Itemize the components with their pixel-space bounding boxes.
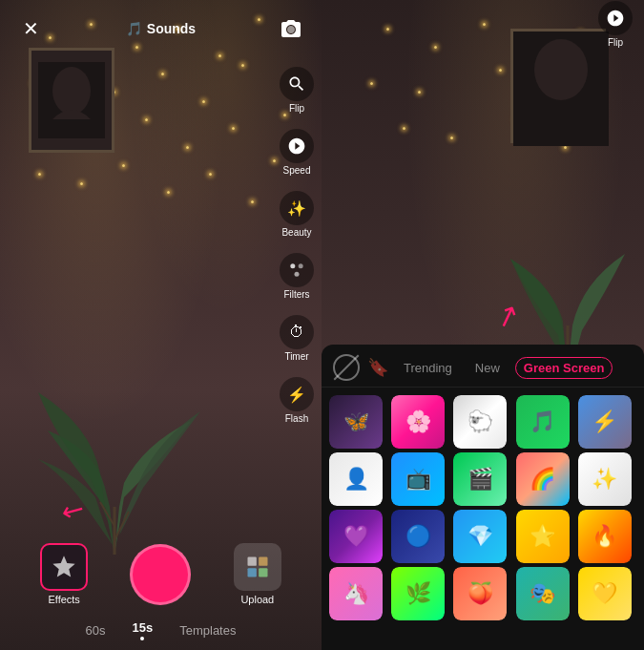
picture-frame-left [29,48,114,153]
effect-item-10[interactable]: ✨ [578,452,632,506]
close-icon: ✕ [23,17,39,40]
camera-switch-icon-left[interactable] [276,13,306,44]
left-camera-panel: ✕ 🎵 Sounds Flip [0,0,322,650]
effect-bg-4: 🎵 [516,395,570,449]
filters-icon [280,253,314,287]
flash-icon: ⚡ [280,377,314,411]
effect-item-5[interactable]: ⚡ [578,395,632,449]
effects-tabs: 🔖 Trending New Green Screen [322,345,644,388]
effect-bg-9: 🌈 [516,452,570,506]
effect-item-11[interactable]: 💜 [329,510,383,563]
close-button[interactable]: ✕ [15,13,46,44]
effect-bg-20: 💛 [578,567,632,620]
effects-grid: 🦋 🌸 🐑 🎵 ⚡ 👤 📺 🎬 [322,388,644,628]
effect-bg-18: 🍑 [453,567,507,620]
effect-item-14[interactable]: ⭐ [516,510,570,563]
bottom-controls: Effects Upload 60s 15s Templates [0,535,322,650]
svg-point-7 [295,272,300,277]
svg-rect-9 [259,557,267,566]
svg-point-6 [299,263,303,268]
flip-label: Flip [289,103,304,114]
effect-bg-3: 🐑 [453,395,507,449]
upload-icon [234,543,281,591]
flip-button-right[interactable]: Flip [598,1,633,48]
speed-button[interactable]: Speed [280,129,314,176]
upload-label: Upload [240,594,274,605]
no-effect-button[interactable] [333,354,360,381]
filters-button[interactable]: Filters [280,253,314,300]
plant-left [19,316,210,555]
effects-icon-box [40,543,88,591]
flash-button[interactable]: ⚡ Flash [280,377,314,424]
effect-bg-7: 📺 [391,452,445,506]
flip-label-right: Flip [608,37,623,48]
effect-item-15[interactable]: 🔥 [578,510,632,563]
flash-label: Flash [285,413,308,424]
sounds-label: Sounds [147,21,196,36]
top-bar-right: Flip [322,0,644,48]
bookmark-icon[interactable]: 🔖 [367,357,388,378]
effect-item-13[interactable]: 💎 [453,510,507,563]
duration-60s[interactable]: 60s [82,621,110,640]
effects-panel: 🔖 Trending New Green Screen 🦋 🌸 🐑 🎵 ⚡ [322,345,644,650]
effect-item-9[interactable]: 🌈 [516,452,570,506]
effect-bg-2: 🌸 [391,395,445,449]
effect-item-12[interactable]: 🔵 [391,510,445,563]
upload-button[interactable]: Upload [234,543,281,605]
beauty-icon: ✨ [280,191,314,225]
tab-trending[interactable]: Trending [396,357,460,379]
effect-bg-13: 💎 [453,510,507,563]
flip-button[interactable]: Flip [280,67,314,114]
duration-tabs: 60s 15s Templates [0,613,322,650]
svg-point-1 [52,67,91,115]
svg-rect-10 [247,568,256,577]
effect-item-1[interactable]: 🦋 [329,395,383,449]
effect-bg-12: 🔵 [391,510,445,563]
timer-button[interactable]: ⏱ Timer [280,315,314,362]
effect-item-20[interactable]: 💛 [578,567,632,620]
effect-bg-19: 🎭 [516,567,570,620]
top-bar-left: ✕ 🎵 Sounds [0,0,322,57]
frame-inner-left [38,62,105,138]
effect-item-4[interactable]: 🎵 [516,395,570,449]
effect-bg-10: ✨ [578,452,632,506]
record-button[interactable] [130,544,191,605]
svg-point-13 [534,39,588,100]
effect-bg-15: 🔥 [578,510,632,563]
right-camera-panel: Flip ↙ 🔖 Trending New Green Screen 🦋 🌸 🐑 [322,0,644,650]
flip-icon [280,67,314,101]
effect-item-6[interactable]: 👤 [329,452,383,506]
tab-green-screen[interactable]: Green Screen [515,357,613,379]
music-icon: 🎵 [126,21,142,36]
filters-label: Filters [283,289,309,300]
effects-label: Effects [48,594,79,605]
tab-new[interactable]: New [467,357,508,379]
effect-bg-8: 🎬 [453,452,507,506]
flip-icon-right [598,1,633,35]
duration-15s[interactable]: 15s [129,619,157,642]
effect-item-7[interactable]: 📺 [391,452,445,506]
effect-item-8[interactable]: 🎬 [453,452,507,506]
bottom-icons-row: Effects Upload [0,535,322,613]
right-icons-panel: Flip Speed ✨ Beauty Filters [280,67,314,424]
effect-item-17[interactable]: 🌿 [391,567,445,620]
effect-item-19[interactable]: 🎭 [516,567,570,620]
sounds-button[interactable]: 🎵 Sounds [126,21,196,36]
effect-bg-6: 👤 [329,452,383,506]
effect-bg-1: 🦋 [329,395,383,449]
effect-bg-16: 🦄 [329,567,383,620]
effect-item-16[interactable]: 🦄 [329,567,383,620]
effect-item-2[interactable]: 🌸 [391,395,445,449]
effect-item-18[interactable]: 🍑 [453,567,507,620]
svg-rect-8 [247,557,256,566]
effect-bg-17: 🌿 [391,567,445,620]
svg-rect-11 [259,568,267,577]
speed-label: Speed [283,165,311,176]
effect-bg-5: ⚡ [578,395,632,449]
effect-item-3[interactable]: 🐑 [453,395,507,449]
timer-label: Timer [284,351,308,362]
duration-templates[interactable]: Templates [176,621,239,640]
speed-icon [280,129,314,163]
effects-button[interactable]: Effects [40,543,88,605]
beauty-button[interactable]: ✨ Beauty [280,191,314,238]
